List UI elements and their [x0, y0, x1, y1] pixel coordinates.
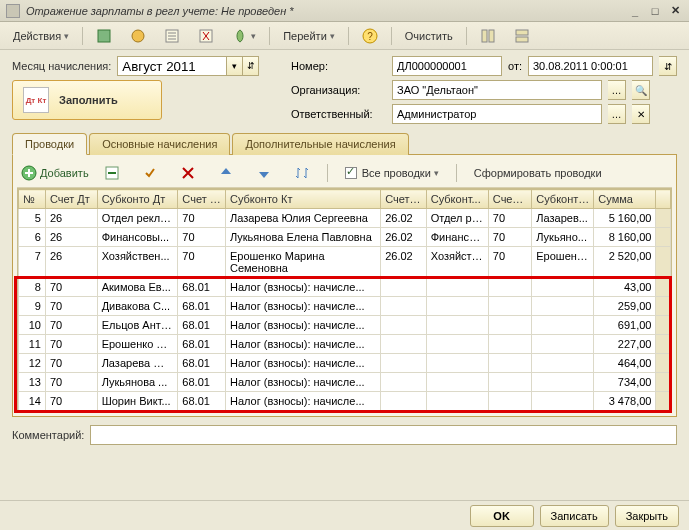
tb-icon-5[interactable]: ▾	[225, 25, 263, 47]
comment-label: Комментарий:	[12, 429, 84, 441]
checkbox-icon	[345, 167, 357, 179]
resp-field[interactable]: Администратор	[392, 104, 602, 124]
resp-label: Ответственный:	[291, 108, 386, 120]
svg-point-1	[132, 30, 144, 42]
col-5[interactable]: Счет ...	[381, 190, 427, 209]
scrollbar[interactable]	[656, 190, 671, 209]
add-button[interactable]: Добавить	[21, 165, 89, 181]
comment-input[interactable]	[90, 425, 677, 445]
ok-button[interactable]: OK	[470, 505, 534, 527]
number-label: Номер:	[291, 60, 386, 72]
grid-toolbar: Добавить Все проводки▾ Сформировать пров…	[17, 159, 672, 188]
help-button[interactable]: ?	[355, 25, 385, 47]
maximize-button[interactable]: □	[647, 4, 663, 18]
svg-rect-9	[516, 37, 528, 42]
save-button[interactable]: Записать	[540, 505, 609, 527]
form-postings-button[interactable]: Сформировать проводки	[467, 164, 609, 182]
comment-row: Комментарий:	[0, 417, 689, 445]
tb-icon-1[interactable]	[89, 25, 119, 47]
month-input[interactable]	[117, 56, 227, 76]
fill-button-label: Заполнить	[59, 94, 118, 106]
grid-icon-down[interactable]	[249, 162, 279, 184]
col-6[interactable]: Субконт...	[426, 190, 488, 209]
number-field[interactable]: ДЛ000000001	[392, 56, 502, 76]
table-row[interactable]: 526Отдел рекла...70Лазарева Юлия Сергеев…	[19, 209, 671, 228]
table-row[interactable]: 1170Ерошенко М...68.01Налог (взносы): на…	[19, 335, 671, 354]
close-button[interactable]: ✕	[667, 4, 683, 18]
footer: OK Записать Закрыть	[0, 500, 689, 530]
clear-button[interactable]: Очистить	[398, 27, 460, 45]
window-title: Отражение зарплаты в регл учете: Не пров…	[26, 5, 627, 17]
tab-postings[interactable]: Проводки	[12, 133, 87, 155]
svg-rect-0	[98, 30, 110, 42]
org-label: Организация:	[291, 84, 386, 96]
org-select-icon[interactable]: …	[608, 80, 626, 100]
table-row[interactable]: 626Финансовы...70Лукьянова Елена Павловн…	[19, 228, 671, 247]
svg-rect-7	[489, 30, 494, 42]
svg-rect-6	[482, 30, 487, 42]
actions-menu[interactable]: Действия▾	[6, 27, 76, 45]
org-field[interactable]: ЗАО "Дельтаон"	[392, 80, 602, 100]
resp-clear-icon[interactable]: ✕	[632, 104, 650, 124]
table-row[interactable]: 1470Шорин Викт...68.01Налог (взносы): на…	[19, 392, 671, 411]
tab-extra-accruals[interactable]: Дополнительные начисления	[232, 133, 408, 155]
table-row[interactable]: 1270Лазарева Ю...68.01Налог (взносы): на…	[19, 354, 671, 373]
header-area: Месяц начисления: ▾ ⇵ Дт Кт Заполнить Но…	[0, 50, 689, 124]
month-select[interactable]: ▾ ⇵	[117, 56, 259, 76]
grid-header: № Счет Дт Субконто Дт Счет Кт Субконто К…	[19, 190, 671, 209]
date-field[interactable]: 30.08.2011 0:00:01	[528, 56, 653, 76]
table-row[interactable]: 970Дивакова С...68.01Налог (взносы): нач…	[19, 297, 671, 316]
grid-icon-2[interactable]	[135, 162, 165, 184]
tb-icon-7[interactable]	[507, 25, 537, 47]
month-label: Месяц начисления:	[12, 60, 111, 72]
grid-icon-sort[interactable]	[287, 162, 317, 184]
month-dropdown-icon[interactable]: ▾	[227, 56, 243, 76]
goto-menu[interactable]: Перейти▾	[276, 27, 342, 45]
from-label: от:	[508, 60, 522, 72]
svg-rect-8	[516, 30, 528, 35]
all-postings-checkbox[interactable]: Все проводки▾	[338, 164, 446, 182]
tab-body: Добавить Все проводки▾ Сформировать пров…	[12, 155, 677, 417]
table-row[interactable]: 1370Лукьянова ...68.01Налог (взносы): на…	[19, 373, 671, 392]
fill-icon: Дт Кт	[23, 87, 49, 113]
table-row[interactable]: 726Хозяйствен...70Ерошенко Марина Семено…	[19, 247, 671, 278]
grid: № Счет Дт Субконто Дт Счет Кт Субконто К…	[17, 188, 672, 412]
tabstrip: Проводки Основные начисления Дополнитель…	[12, 132, 677, 155]
titlebar: Отражение зарплаты в регл учете: Не пров…	[0, 0, 689, 22]
col-kt[interactable]: Счет Кт	[178, 190, 226, 209]
grid-icon-up[interactable]	[211, 162, 241, 184]
col-n[interactable]: №	[19, 190, 46, 209]
minimize-button[interactable]: _	[627, 4, 643, 18]
tab-basic-accruals[interactable]: Основные начисления	[89, 133, 230, 155]
table-row[interactable]: 1070Ельцов Анто...68.01Налог (взносы): н…	[19, 316, 671, 335]
tb-icon-6[interactable]	[473, 25, 503, 47]
tb-icon-3[interactable]	[157, 25, 187, 47]
grid-icon-3[interactable]	[173, 162, 203, 184]
tb-icon-2[interactable]	[123, 25, 153, 47]
close-form-button[interactable]: Закрыть	[615, 505, 679, 527]
table-row[interactable]: 870Акимова Ев...68.01Налог (взносы): нач…	[19, 278, 671, 297]
org-search-icon[interactable]: 🔍	[632, 80, 650, 100]
col-sum[interactable]: Сумма	[594, 190, 656, 209]
month-spin-icon[interactable]: ⇵	[243, 56, 259, 76]
main-toolbar: Действия▾ ▾ Перейти▾ ? Очистить	[0, 22, 689, 50]
window-icon	[6, 4, 20, 18]
svg-text:?: ?	[367, 31, 373, 42]
resp-select-icon[interactable]: …	[608, 104, 626, 124]
tb-icon-4[interactable]	[191, 25, 221, 47]
col-dt[interactable]: Счет Дт	[45, 190, 97, 209]
col-8[interactable]: Субконто...	[532, 190, 594, 209]
date-spin-icon[interactable]: ⇵	[659, 56, 677, 76]
col-7[interactable]: Счет ...	[488, 190, 531, 209]
col-skt[interactable]: Субконто Кт	[225, 190, 380, 209]
grid-icon-1[interactable]	[97, 162, 127, 184]
col-sdt[interactable]: Субконто Дт	[97, 190, 178, 209]
fill-button[interactable]: Дт Кт Заполнить	[12, 80, 162, 120]
